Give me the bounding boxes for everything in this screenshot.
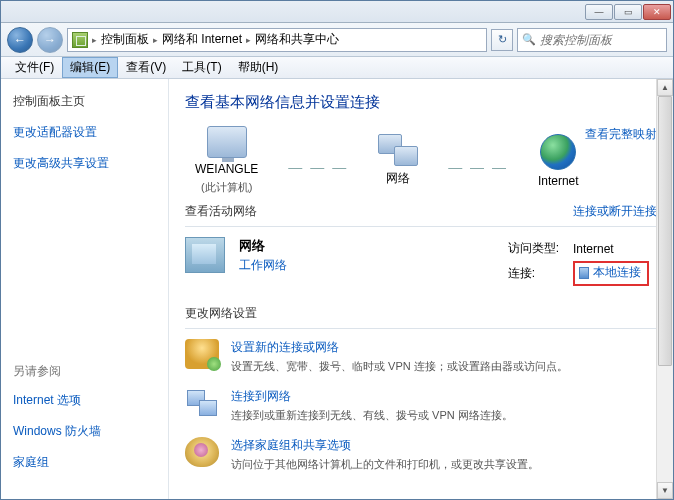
search-input[interactable]: [540, 33, 662, 47]
sidebar: 控制面板主页 更改适配器设置 更改高级共享设置 另请参阅 Internet 选项…: [1, 79, 169, 499]
sidebar-home[interactable]: 控制面板主页: [13, 93, 156, 110]
chevron-right-icon: ▸: [92, 35, 97, 45]
chevron-right-icon: ▸: [246, 35, 251, 45]
sidebar-windows-firewall[interactable]: Windows 防火墙: [13, 423, 156, 440]
globe-icon: [540, 134, 576, 170]
connect-network-icon: [185, 388, 219, 418]
chevron-right-icon: ▸: [153, 35, 158, 45]
sidebar-advanced-sharing[interactable]: 更改高级共享设置: [13, 155, 156, 172]
menu-edit[interactable]: 编辑(E): [62, 57, 118, 78]
local-connection-link[interactable]: 本地连接: [593, 264, 641, 281]
scroll-up-button[interactable]: ▲: [657, 79, 673, 96]
back-button[interactable]: ←: [7, 27, 33, 53]
map-network-label: 网络: [386, 170, 410, 187]
search-icon: 🔍: [522, 33, 536, 46]
sidebar-homegroup[interactable]: 家庭组: [13, 454, 156, 471]
breadcrumb[interactable]: 网络和 Internet: [162, 31, 242, 48]
close-button[interactable]: ✕: [643, 4, 671, 20]
connect-to-network-desc: 连接到或重新连接到无线、有线、拨号或 VPN 网络连接。: [231, 408, 513, 423]
connections-label: 连接:: [502, 260, 565, 287]
vertical-scrollbar[interactable]: ▲ ▼: [656, 79, 673, 499]
navigation-bar: ← → ▸ 控制面板 ▸ 网络和 Internet ▸ 网络和共享中心 ↻ 🔍: [1, 23, 673, 57]
active-networks-heading: 查看活动网络: [185, 203, 257, 220]
access-type-value: Internet: [567, 239, 655, 258]
homegroup-sharing-link[interactable]: 选择家庭组和共享选项: [231, 437, 539, 454]
view-full-map-link[interactable]: 查看完整映射: [585, 126, 657, 143]
menu-tools[interactable]: 工具(T): [174, 57, 229, 78]
access-type-label: 访问类型:: [502, 239, 565, 258]
maximize-button[interactable]: ▭: [614, 4, 642, 20]
scroll-thumb[interactable]: [658, 96, 672, 366]
network-icon: [378, 134, 418, 166]
connection-line: — — —: [288, 159, 348, 175]
breadcrumb[interactable]: 控制面板: [101, 31, 149, 48]
page-title: 查看基本网络信息并设置连接: [185, 93, 657, 112]
homegroup-sharing-desc: 访问位于其他网络计算机上的文件和打印机，或更改共享设置。: [231, 457, 539, 472]
connection-line: — — —: [448, 159, 508, 175]
setup-connection-icon: [185, 339, 219, 369]
search-box[interactable]: 🔍: [517, 28, 667, 52]
highlight-box: 本地连接: [573, 261, 649, 286]
sidebar-see-also-heading: 另请参阅: [13, 363, 156, 380]
menu-view[interactable]: 查看(V): [118, 57, 174, 78]
menu-help[interactable]: 帮助(H): [230, 57, 287, 78]
homegroup-icon: [185, 437, 219, 467]
breadcrumb[interactable]: 网络和共享中心: [255, 31, 339, 48]
address-bar[interactable]: ▸ 控制面板 ▸ 网络和 Internet ▸ 网络和共享中心: [67, 28, 487, 52]
connect-disconnect-link[interactable]: 连接或断开连接: [573, 203, 657, 220]
network-name: 网络: [239, 237, 287, 255]
change-settings-heading: 更改网络设置: [185, 305, 257, 322]
control-panel-icon: [72, 32, 88, 48]
forward-button[interactable]: →: [37, 27, 63, 53]
computer-icon: [207, 126, 247, 158]
network-map: WEIANGLE (此计算机) — — — 网络 — — — Internet: [195, 126, 579, 195]
refresh-button[interactable]: ↻: [491, 29, 513, 51]
map-internet-label: Internet: [538, 174, 579, 188]
minimize-button[interactable]: —: [585, 4, 613, 20]
menu-bar: 文件(F) 编辑(E) 查看(V) 工具(T) 帮助(H): [1, 57, 673, 79]
content-pane: 查看基本网络信息并设置连接 WEIANGLE (此计算机) — — — 网络 —…: [169, 79, 673, 499]
network-profile-icon: [185, 237, 225, 273]
sidebar-internet-options[interactable]: Internet 选项: [13, 392, 156, 409]
connect-to-network-link[interactable]: 连接到网络: [231, 388, 513, 405]
setup-new-connection-link[interactable]: 设置新的连接或网络: [231, 339, 568, 356]
scroll-down-button[interactable]: ▼: [657, 482, 673, 499]
map-pc-name: WEIANGLE: [195, 162, 258, 176]
setup-new-connection-desc: 设置无线、宽带、拨号、临时或 VPN 连接；或设置路由器或访问点。: [231, 359, 568, 374]
network-type-link[interactable]: 工作网络: [239, 257, 287, 274]
window-titlebar: — ▭ ✕: [1, 1, 673, 23]
sidebar-adapter-settings[interactable]: 更改适配器设置: [13, 124, 156, 141]
ethernet-icon: [579, 267, 589, 279]
map-pc-sub: (此计算机): [201, 180, 252, 195]
menu-file[interactable]: 文件(F): [7, 57, 62, 78]
